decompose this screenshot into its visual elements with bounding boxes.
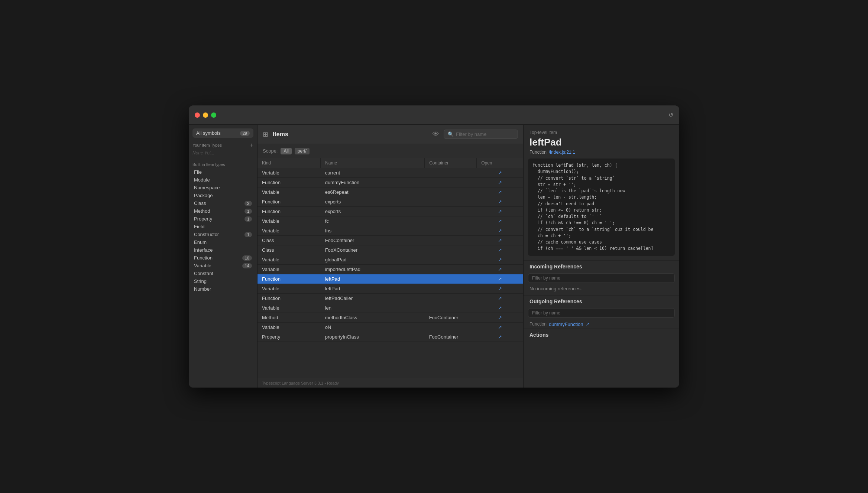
table-row[interactable]: VariableglobalPad↗ xyxy=(258,255,523,265)
cell-open[interactable]: ↗ xyxy=(477,255,523,265)
add-item-type-button[interactable]: + xyxy=(250,142,253,148)
open-arrow-icon: ↗ xyxy=(498,296,502,301)
outgoing-ref-name[interactable]: dummyFunction xyxy=(549,321,583,327)
sidebar-item-property[interactable]: Property1 xyxy=(190,215,256,223)
built-in-types-header: Built-in Item types xyxy=(189,159,257,168)
open-arrow-icon: ↗ xyxy=(498,286,502,291)
cell-open[interactable]: ↗ xyxy=(477,187,523,197)
cell-open[interactable]: ↗ xyxy=(477,284,523,294)
open-arrow-icon: ↗ xyxy=(498,238,502,243)
cell-open[interactable]: ↗ xyxy=(477,303,523,313)
cell-open[interactable]: ↗ xyxy=(477,294,523,303)
cell-kind: Method xyxy=(258,313,321,323)
table-row[interactable]: Functionexports↗ xyxy=(258,197,523,207)
open-arrow-icon: ↗ xyxy=(498,267,502,272)
cell-open[interactable]: ↗ xyxy=(477,245,523,255)
cell-name: leftPad xyxy=(321,274,425,284)
sidebar-item-namespace[interactable]: Namespace xyxy=(190,184,256,192)
table-row[interactable]: Variablecurrent↗ xyxy=(258,168,523,178)
cell-name: len xyxy=(321,303,425,313)
none-yet-label: None Yet... xyxy=(189,150,257,159)
detail-code-content: function leftPad (str, len, ch) { dummyF… xyxy=(532,162,670,252)
table-row[interactable]: Variablefc↗ xyxy=(258,216,523,226)
cell-open[interactable]: ↗ xyxy=(477,274,523,284)
sidebar-item-label: Number xyxy=(194,286,211,292)
maximize-button[interactable] xyxy=(211,112,216,118)
table-row[interactable]: Functionexports↗ xyxy=(258,207,523,216)
table-row[interactable]: VariableimportedLeftPad↗ xyxy=(258,265,523,274)
cell-name: fns xyxy=(321,226,425,236)
traffic-lights xyxy=(195,112,216,118)
sidebar-item-label: String xyxy=(194,278,207,284)
outgoing-refs-title: Outgoing References xyxy=(524,295,679,307)
cell-open[interactable]: ↗ xyxy=(477,197,523,207)
incoming-refs-filter[interactable] xyxy=(528,273,675,283)
col-name: Name xyxy=(321,158,425,168)
table-row[interactable]: Variablefns↗ xyxy=(258,226,523,236)
cell-open[interactable]: ↗ xyxy=(477,226,523,236)
cell-open[interactable]: ↗ xyxy=(477,216,523,226)
scope-all-button[interactable]: All xyxy=(281,148,291,154)
cell-open[interactable]: ↗ xyxy=(477,168,523,178)
table-row[interactable]: Variablelen↗ xyxy=(258,303,523,313)
sidebar-item-number[interactable]: Number xyxy=(190,285,256,293)
open-arrow-icon: ↗ xyxy=(498,199,502,205)
sidebar-item-function[interactable]: Function10 xyxy=(190,254,256,262)
app-window: ↺ All symbols 29 Your Item Types + None … xyxy=(189,105,679,388)
cell-container xyxy=(425,236,477,245)
table-row[interactable]: PropertypropertyInClassFooContainer↗ xyxy=(258,332,523,342)
table-row[interactable]: Variablees6Repeat↗ xyxy=(258,187,523,197)
sidebar-item-class[interactable]: Class2 xyxy=(190,199,256,207)
open-arrow-icon: ↗ xyxy=(498,257,502,262)
cell-container xyxy=(425,303,477,313)
cell-container xyxy=(425,226,477,236)
table-row[interactable]: ClassFooXContainer↗ xyxy=(258,245,523,255)
sidebar-item-field[interactable]: Field xyxy=(190,223,256,231)
cell-open[interactable]: ↗ xyxy=(477,323,523,332)
sidebar-item-package[interactable]: Package xyxy=(190,192,256,199)
sidebar-item-string[interactable]: String xyxy=(190,277,256,285)
cell-container xyxy=(425,265,477,274)
sidebar-item-interface[interactable]: Interface xyxy=(190,246,256,254)
cell-name: leftPadCaller xyxy=(321,294,425,303)
minimize-button[interactable] xyxy=(203,112,208,118)
cell-open[interactable]: ↗ xyxy=(477,313,523,323)
cell-kind: Variable xyxy=(258,323,321,332)
search-box[interactable]: 🔍 Filter by name xyxy=(444,130,518,139)
detail-location[interactable]: /index.js:21:1 xyxy=(549,150,575,155)
sidebar-item-method[interactable]: Method1 xyxy=(190,207,256,215)
scope-perf-button[interactable]: perf/ xyxy=(295,148,310,154)
table-row[interactable]: MethodmethodInClassFooContainer↗ xyxy=(258,313,523,323)
sidebar-item-constant[interactable]: Constant xyxy=(190,270,256,277)
sidebar-toggle-icon[interactable]: ⊞ xyxy=(263,130,268,138)
cell-container xyxy=(425,323,477,332)
table-row[interactable]: FunctionleftPad↗ xyxy=(258,274,523,284)
cell-container xyxy=(425,294,477,303)
refresh-icon[interactable]: ↺ xyxy=(668,111,673,118)
visibility-icon[interactable]: 👁 xyxy=(433,130,439,138)
sidebar-item-label: Field xyxy=(194,224,204,229)
sidebar-item-variable[interactable]: Variable14 xyxy=(190,262,256,270)
cell-open[interactable]: ↗ xyxy=(477,178,523,187)
table-row[interactable]: ClassFooContainer↗ xyxy=(258,236,523,245)
table-row[interactable]: VariableleftPad↗ xyxy=(258,284,523,294)
table-row[interactable]: VariableoN↗ xyxy=(258,323,523,332)
cell-open[interactable]: ↗ xyxy=(477,332,523,342)
cell-name: FooXContainer xyxy=(321,245,425,255)
sidebar-item-file[interactable]: File xyxy=(190,168,256,176)
sidebar-item-enum[interactable]: Enum xyxy=(190,238,256,246)
close-button[interactable] xyxy=(195,112,200,118)
cell-open[interactable]: ↗ xyxy=(477,236,523,245)
outgoing-refs-filter[interactable] xyxy=(528,308,675,318)
cell-container xyxy=(425,274,477,284)
cell-open[interactable]: ↗ xyxy=(477,207,523,216)
table-row[interactable]: FunctiondummyFunction↗ xyxy=(258,178,523,187)
cell-container xyxy=(425,284,477,294)
table-row[interactable]: FunctionleftPadCaller↗ xyxy=(258,294,523,303)
sidebar-item-label: Method xyxy=(194,208,210,214)
cell-name: propertyInClass xyxy=(321,332,425,342)
cell-open[interactable]: ↗ xyxy=(477,265,523,274)
sidebar-item-module[interactable]: Module xyxy=(190,176,256,184)
all-symbols-button[interactable]: All symbols 29 xyxy=(192,128,253,138)
sidebar-item-constructor[interactable]: Constructor1 xyxy=(190,231,256,238)
